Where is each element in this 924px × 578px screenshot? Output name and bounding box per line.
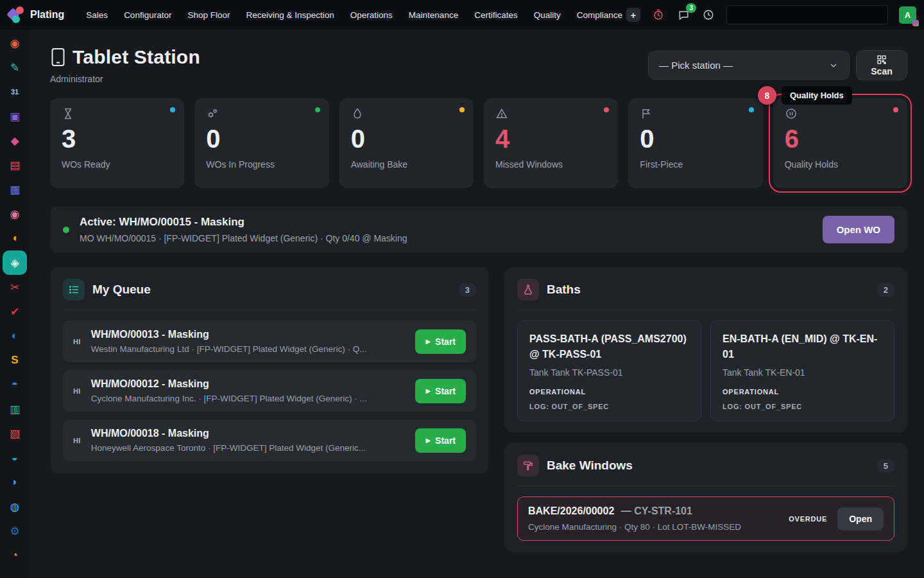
bake-count-badge: 5 [877,459,894,473]
stat-value: 6 [785,124,896,153]
app-icon-analytics[interactable]: ◒ [3,446,27,470]
app-icon-reporting[interactable]: ▤ [3,153,27,177]
queue-item-subtitle: Honeywell Aerospace Toronto · [FP-WIDGET… [91,443,366,453]
app-icon-tools[interactable]: ✂ [3,275,27,299]
chat-icon[interactable]: 3 [676,8,690,22]
app-icon-plating-active[interactable]: ◈ [3,250,27,275]
queue-row: HI WH/MO/00013 - Masking Westin Manufact… [63,320,476,362]
stat-card-first-piece[interactable]: 0 First-Piece [628,98,762,188]
stat-card-wos-in-progress[interactable]: 0 WOs In Progress [194,98,329,188]
app-icon-disc[interactable]: ◓ [3,372,27,397]
pause-icon [785,107,896,120]
open-wo-button[interactable]: Open WO [823,216,894,243]
menu-item-maintenance[interactable]: Maintenance [409,10,458,20]
menu-item-quality[interactable]: Quality [534,10,561,20]
app-icon-cube[interactable]: ▧ [3,421,27,446]
bake-code: BAKE/2026/00002 [528,505,614,516]
stat-value: 0 [206,124,317,153]
menu-item-shop-floor[interactable]: Shop Floor [187,10,230,20]
start-button[interactable]: ▶ Start [415,379,466,403]
start-button[interactable]: ▶ Start [415,329,466,354]
bath-log: LOG: OUT_OF_SPEC [723,403,882,410]
avatar-initial: A [905,10,911,20]
qr-scan-icon [877,55,887,65]
menu-item-receiving-inspection[interactable]: Receiving & Inspection [246,10,334,20]
bath-subtitle: Tank Tank TK-PASS-01 [529,367,689,378]
app-icon-studio[interactable]: S [3,348,27,372]
stat-card-missed-windows[interactable]: 4 Missed Windows [484,98,618,188]
paint-roller-icon [517,455,539,477]
flag-icon [640,107,751,120]
app-icon-globe[interactable]: ◐ [3,324,27,348]
start-button[interactable]: ▶ Start [415,428,466,453]
queue-row: HI WH/MO/00012 - Masking Cyclone Manufac… [63,370,476,412]
main-content: Tablet Station Administrator — Pick stat… [30,30,924,578]
menu-item-compliance[interactable]: Compliance [577,10,622,20]
scan-button-label: Scan [871,66,892,76]
stat-value: 4 [495,124,606,153]
warning-icon [495,107,606,120]
stat-label: WOs Ready [62,159,173,170]
app-icon-apps[interactable]: ▦ [3,177,27,202]
avatar[interactable]: A [899,6,916,24]
app-icon-inventory[interactable]: ▥ [3,397,27,421]
flask-icon [517,279,539,301]
queue-item-title: WH/MO/00018 - Masking [91,428,366,439]
navbar-systray: + 3 A [626,5,916,24]
app-icon-map[interactable]: ◉ [3,202,27,226]
app-brand[interactable]: Plating [8,6,64,23]
app-icon-pie[interactable]: ◖ [3,226,27,250]
menu-item-certificates[interactable]: Certificates [474,10,518,20]
app-icon-notes[interactable]: ✎ [3,55,27,80]
page-header: Tablet Station Administrator — Pick stat… [50,46,907,84]
stat-card-quality-holds[interactable]: 6 Quality Holds [773,98,907,188]
overdue-badge: OVERDUE [789,515,827,523]
activity-timer-icon[interactable] [651,8,665,22]
status-dot [893,107,898,112]
station-picker-dropdown[interactable]: — Pick station — [648,51,850,80]
queue-row: HI WH/MO/00018 - Masking Honeywell Aeros… [63,419,476,461]
app-icon-social[interactable]: ◗ [3,470,27,495]
menu-item-operations[interactable]: Operations [350,10,393,20]
stat-value: 0 [640,124,751,153]
app-icon-settings[interactable]: ⚙ [3,519,27,543]
plus-button[interactable]: + [626,8,640,22]
bath-title: PASS-BATH-A (PASS_AMS2700) @ TK-PASS-01 [529,331,689,362]
queue-item-title: WH/MO/00013 - Masking [91,329,367,340]
scan-button[interactable]: Scan [856,50,907,80]
gears-icon [206,107,317,120]
app-icon-calendar[interactable]: 31 [3,80,27,104]
bath-card[interactable]: EN-BATH-A (EN_MID) @ TK-EN-01 Tank Tank … [710,320,894,421]
stat-card-awaiting-bake[interactable]: 0 Awaiting Bake [339,98,474,188]
menu-item-sales[interactable]: Sales [86,10,108,20]
navbar-search-input[interactable] [726,5,888,24]
chevron-down-icon [828,60,839,71]
chat-badge: 3 [686,3,696,13]
stat-value: 3 [62,124,173,153]
app-icon-contacts[interactable]: ▣ [3,104,27,128]
stats-row: 3 WOs Ready 0 WOs In Progress 0 Awaiting… [50,98,907,188]
stat-card-wos-ready[interactable]: 3 WOs Ready [50,98,184,188]
clock-icon[interactable] [701,8,715,22]
app-icon-dashboards[interactable]: ◆ [3,128,27,153]
app-brand-name: Plating [30,9,64,21]
priority-badge: HI [73,387,81,395]
open-bake-button[interactable]: Open [837,507,884,530]
baths-count-badge: 2 [877,283,894,297]
queue-count-badge: 3 [459,283,476,297]
active-wo-title: Active: WH/MO/00015 - Masking [80,216,407,229]
stat-value: 0 [351,124,462,153]
status-dot [604,107,609,112]
play-icon: ▶ [425,338,431,345]
stat-label: Quality Holds [785,159,896,170]
app-icon-drops[interactable]: ◍ [3,495,27,519]
priority-badge: HI [73,338,81,346]
app-icon-crm[interactable]: ◉ [3,31,27,55]
baths-panel: Baths 2 PASS-BATH-A (PASS_AMS2700) @ TK-… [504,267,907,433]
stat-label: WOs In Progress [206,159,317,170]
stat-label: Awaiting Bake [351,159,462,170]
app-icon-quality-check[interactable]: ✔ [3,299,27,324]
bath-card[interactable]: PASS-BATH-A (PASS_AMS2700) @ TK-PASS-01 … [517,320,701,421]
menu-item-configurator[interactable]: Configurator [124,10,171,20]
app-icon-misc[interactable]: ◔ [3,543,27,568]
